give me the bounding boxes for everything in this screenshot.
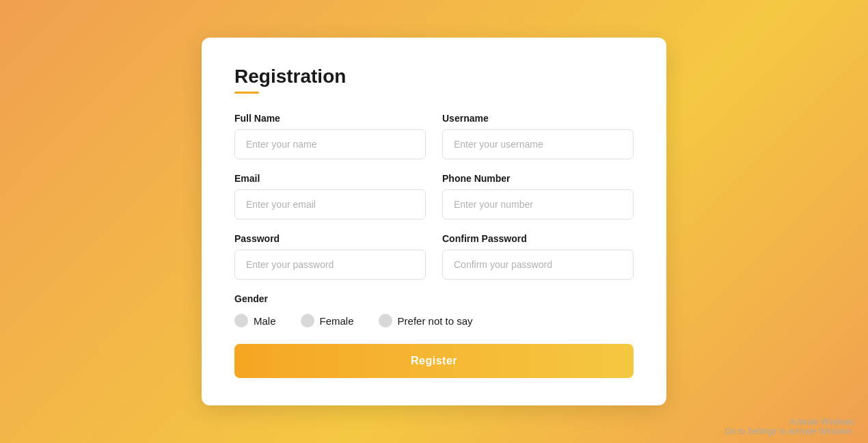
radio-male-icon [234, 314, 248, 327]
gender-label: Gender [234, 293, 634, 304]
page-title: Registration [234, 65, 634, 88]
title-section: Registration [234, 65, 634, 94]
title-underline [234, 92, 259, 94]
phone-label: Phone Number [442, 173, 634, 184]
register-button[interactable]: Register [234, 344, 634, 378]
gender-prefer-not-label: Prefer not to say [398, 315, 473, 327]
gender-female-label: Female [320, 315, 354, 327]
email-group: Email [234, 173, 426, 219]
gender-female-option[interactable]: Female [301, 314, 354, 327]
gender-male-option[interactable]: Male [234, 314, 276, 327]
phone-input[interactable] [442, 189, 634, 219]
gender-male-label: Male [254, 315, 276, 327]
confirm-password-group: Confirm Password [442, 233, 634, 280]
email-input[interactable] [234, 189, 426, 219]
confirm-password-label: Confirm Password [442, 233, 634, 244]
full-name-label: Full Name [234, 113, 426, 124]
radio-prefer-not-icon [379, 314, 392, 327]
full-name-input[interactable] [234, 129, 426, 159]
row-name-username: Full Name Username [234, 113, 634, 159]
gender-options: Male Female Prefer not to say [234, 314, 634, 327]
username-label: Username [442, 113, 634, 124]
activate-line2: Go to Settings to activate Windows. [725, 427, 854, 436]
email-label: Email [234, 173, 426, 184]
gender-prefer-not-option[interactable]: Prefer not to say [379, 314, 473, 327]
registration-form: Full Name Username Email Phone Number Pa… [234, 113, 634, 378]
password-input[interactable] [234, 250, 426, 280]
radio-female-icon [301, 314, 314, 327]
username-group: Username [442, 113, 634, 159]
phone-group: Phone Number [442, 173, 634, 219]
registration-card: Registration Full Name Username Email Ph… [202, 38, 666, 406]
password-label: Password [234, 233, 426, 244]
full-name-group: Full Name [234, 113, 426, 159]
confirm-password-input[interactable] [442, 250, 634, 280]
gender-section: Gender Male Female Prefer not to say [234, 293, 634, 327]
password-group: Password [234, 233, 426, 280]
row-email-phone: Email Phone Number [234, 173, 634, 219]
username-input[interactable] [442, 129, 634, 159]
activate-notice: Activate Windows Go to Settings to activ… [725, 417, 854, 436]
row-passwords: Password Confirm Password [234, 233, 634, 280]
activate-line1: Activate Windows [725, 417, 854, 427]
